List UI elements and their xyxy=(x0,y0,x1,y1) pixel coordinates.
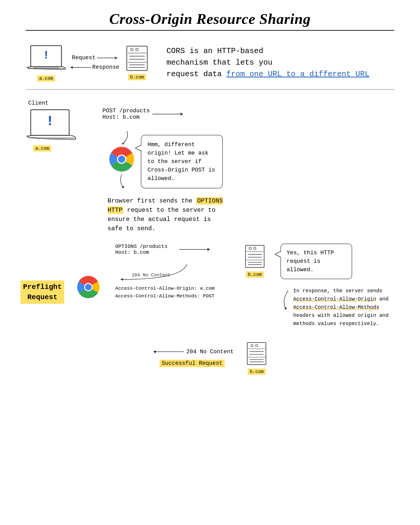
server-bubble-tail xyxy=(275,251,281,257)
section3-preflight: Preflight Request OPTIONS /product xyxy=(15,241,405,330)
successful-request-label: Successful Request xyxy=(160,360,225,367)
svg-marker-6 xyxy=(115,57,118,59)
title-divider xyxy=(26,30,394,31)
client-col: Client ! a.com xyxy=(26,100,97,233)
svg-marker-8 xyxy=(70,66,73,69)
left-arrow-204 xyxy=(151,349,184,355)
svg-marker-25 xyxy=(122,142,124,145)
server-preflight-icon xyxy=(242,244,268,270)
section4-success: 204 No Content Successful Request b. xyxy=(15,341,405,375)
server-bottom-col: b.com xyxy=(244,341,269,375)
section2-mid: POST /products Host: b.com xyxy=(97,100,394,233)
preflight-text-line2: Request xyxy=(27,293,58,301)
domain-b-label-s1: b.com xyxy=(128,74,146,80)
chrome-wrapper xyxy=(108,130,136,189)
svg-point-29 xyxy=(118,156,125,163)
server-b-icon xyxy=(123,45,151,73)
svg-point-42 xyxy=(254,247,256,249)
right-arrow-icon xyxy=(97,55,118,60)
preflight-text-line1: Preflight xyxy=(23,283,62,291)
success-arrows: 204 No Content Successful Request xyxy=(151,349,234,367)
svg-rect-40 xyxy=(246,245,264,267)
response-arrow: Response xyxy=(70,64,119,70)
bubble-tail-icon xyxy=(135,145,141,151)
svg-marker-38 xyxy=(120,278,123,281)
client-domain-label: a.com xyxy=(33,145,51,152)
laptop-a-icon: ! xyxy=(26,44,67,74)
svg-point-35 xyxy=(85,284,91,290)
success-204-row: 204 No Content xyxy=(151,349,234,355)
preflight-arrows-col: OPTIONS /products Host: b.com 204 No Con… xyxy=(110,241,234,330)
response-description-row: In response, the server sends Access-Con… xyxy=(280,287,394,328)
preflight-label: Preflight Request xyxy=(20,280,64,304)
laptop-client-icon: ! xyxy=(26,108,77,144)
svg-text:!: ! xyxy=(43,49,49,62)
left-arrow-icon xyxy=(70,65,91,70)
page: Cross-Origin Resource Sharing ! xyxy=(0,0,420,525)
chrome-preflight-col xyxy=(72,244,105,330)
svg-point-41 xyxy=(249,247,251,249)
svg-point-55 xyxy=(251,344,253,347)
svg-point-56 xyxy=(256,344,258,347)
preflight-label-col: Preflight Request xyxy=(20,246,67,330)
browser-speech-bubble: Hmm, different origin! Let me ask to the… xyxy=(141,135,223,188)
section-divider-1 xyxy=(26,89,394,90)
intro-description: CORS is an HTTP-based mechanism that let… xyxy=(151,45,394,80)
svg-marker-53 xyxy=(153,350,156,353)
response-204-row: 204 No Content xyxy=(115,261,187,282)
arrow-to-desc-icon xyxy=(280,289,291,310)
server-bottom-icon xyxy=(244,341,269,368)
server-speech-bubble: Yes, this HTTP request is allowed. xyxy=(280,244,394,279)
svg-rect-9 xyxy=(127,46,147,70)
curved-204-arrow: 204 No Content xyxy=(115,261,187,282)
post-arrow-icon xyxy=(152,111,183,117)
response-headers: Access-Control-Allow-Origin: a.com Acces… xyxy=(115,285,215,300)
options-request-row: OPTIONS /products Host: b.com xyxy=(115,244,210,255)
svg-marker-51 xyxy=(284,307,287,310)
svg-marker-24 xyxy=(181,113,183,116)
browser-section: Hmm, different origin! Let me ask to the… xyxy=(108,130,223,189)
section2-post: Client ! a.com POST /products Host: b.co… xyxy=(15,100,405,233)
curved-arrow-to-chrome xyxy=(111,130,132,145)
page-title: Cross-Origin Resource Sharing xyxy=(15,10,405,27)
svg-marker-37 xyxy=(207,248,210,251)
domain-b-label-s3: b.com xyxy=(246,271,264,278)
domain-a-label: a.com xyxy=(37,75,55,82)
post-details: POST /products Host: b.com xyxy=(102,108,150,120)
options-arrow-right xyxy=(179,247,210,252)
post-request-row: POST /products Host: b.com xyxy=(102,108,183,120)
server-preflight-col: b.com xyxy=(239,244,270,330)
options-http-description: Browser first sends the OPTIONS HTTP req… xyxy=(102,196,230,233)
response-headers-desc: In response, the server sends Access-Con… xyxy=(293,287,394,328)
client-label: Client xyxy=(28,100,48,106)
chrome-icon-s2 xyxy=(108,145,136,173)
svg-point-11 xyxy=(136,48,138,51)
chrome-icon-preflight xyxy=(76,274,101,300)
preflight-right-col: Yes, this HTTP request is allowed. In re… xyxy=(275,241,400,330)
domain-b-label-bottom: b.com xyxy=(248,369,266,375)
request-arrow: Request xyxy=(72,55,118,61)
svg-point-10 xyxy=(131,48,133,51)
section1-intro: ! a.com Request xyxy=(15,44,405,82)
svg-text:!: ! xyxy=(46,114,54,129)
svg-rect-54 xyxy=(247,342,266,365)
svg-text:204 No Content: 204 No Content xyxy=(132,272,170,278)
success-row: 204 No Content Successful Request b. xyxy=(151,341,270,375)
curved-arrow-from-chrome xyxy=(111,173,132,189)
options-request-details: OPTIONS /products Host: b.com xyxy=(115,244,177,255)
